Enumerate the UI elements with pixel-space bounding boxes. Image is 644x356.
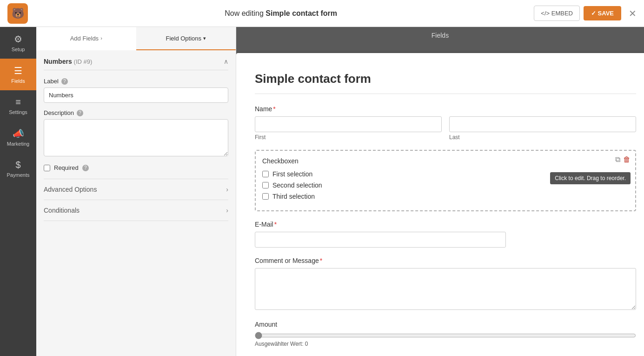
- description-text: Description: [44, 109, 74, 116]
- sidebar-label-marketing: Marketing: [7, 141, 29, 147]
- fields-tabs: Add Fields › Field Options ▾: [36, 27, 236, 50]
- checkbox-item-3: Third selection: [262, 193, 629, 200]
- checkbox-1[interactable]: [262, 171, 269, 177]
- advanced-options-section[interactable]: Advanced Options ›: [44, 179, 228, 200]
- email-field-group: E-Mail*: [255, 221, 636, 248]
- preview-canvas: Simple contact form Name* First Last: [236, 53, 644, 356]
- add-fields-label: Add Fields: [70, 35, 99, 42]
- first-name-col: First: [255, 116, 442, 141]
- advanced-options-chevron: ›: [226, 186, 228, 193]
- section-title: Numbers: [44, 58, 72, 65]
- checkbox-label-3: Third selection: [272, 193, 315, 200]
- comment-required-star: *: [320, 257, 322, 264]
- section-actions: ⧉ 🗑 Click to edit. Drag to reorder.: [615, 155, 631, 164]
- email-input[interactable]: [255, 232, 506, 248]
- field-options-chevron: ▾: [203, 35, 206, 41]
- checkbox-2[interactable]: [262, 182, 269, 188]
- main-layout: ⚙ Setup ☰ Fields ≡ Settings 📣 Marketing …: [0, 27, 644, 356]
- editing-prefix: Now editing: [225, 9, 266, 17]
- label-text: Label: [44, 78, 59, 85]
- add-fields-chevron: ›: [100, 35, 102, 41]
- description-textarea[interactable]: [44, 119, 228, 156]
- sidebar-label-fields: Fields: [11, 78, 25, 84]
- save-button[interactable]: ✓ SAVE: [584, 6, 621, 20]
- close-button[interactable]: ✕: [629, 8, 637, 19]
- fields-icon: ☰: [14, 65, 22, 76]
- name-field-group: Name* First Last: [255, 105, 636, 141]
- tab-field-options[interactable]: Field Options ▾: [136, 27, 236, 50]
- marketing-icon: 📣: [13, 128, 24, 139]
- tooltip: Click to edit. Drag to reorder.: [550, 172, 631, 184]
- top-bar: 🐻 Now editing Simple contact form </> EM…: [0, 0, 644, 27]
- label-group: Label ?: [44, 78, 228, 103]
- copy-button[interactable]: ⧉: [615, 155, 620, 164]
- slider-value-label: Ausgewählter Wert: 0: [255, 341, 636, 347]
- last-sublabel: Last: [449, 134, 636, 141]
- top-bar-actions: </> EMBED ✓ SAVE ✕: [534, 6, 637, 21]
- sidebar-item-marketing[interactable]: 📣 Marketing: [0, 121, 36, 153]
- checkbox-label-1: First selection: [272, 170, 312, 178]
- form-title: Simple contact form: [255, 72, 636, 94]
- form-name: Simple contact form: [266, 9, 337, 17]
- sidebar: ⚙ Setup ☰ Fields ≡ Settings 📣 Marketing …: [0, 27, 36, 356]
- label-input[interactable]: [44, 87, 228, 103]
- conditionals-chevron: ›: [226, 207, 228, 214]
- last-name-col: Last: [449, 116, 636, 141]
- checkbox-3[interactable]: [262, 193, 269, 200]
- comment-textarea[interactable]: [255, 268, 636, 310]
- section-id: (ID #9): [74, 58, 93, 65]
- section-header: Numbers (ID #9) ∧: [44, 58, 228, 70]
- required-label: Required: [54, 164, 79, 171]
- conditionals-section[interactable]: Conditionals ›: [44, 200, 228, 221]
- settings-icon: ≡: [15, 97, 21, 107]
- sidebar-label-setup: Setup: [12, 47, 25, 52]
- conditionals-label: Conditionals: [44, 207, 80, 214]
- fields-content: Numbers (ID #9) ∧ Label ? Description ?: [36, 50, 236, 356]
- required-help-icon[interactable]: ?: [82, 165, 89, 171]
- amount-slider[interactable]: [255, 332, 636, 339]
- comment-label: Comment or Message*: [255, 257, 636, 264]
- description-group: Description ?: [44, 109, 228, 158]
- amount-label: Amount: [255, 321, 636, 328]
- description-help-icon[interactable]: ?: [77, 110, 83, 116]
- first-sublabel: First: [255, 134, 442, 141]
- required-row: Required ?: [44, 164, 228, 171]
- last-name-input[interactable]: [449, 116, 636, 132]
- email-label: E-Mail*: [255, 221, 636, 228]
- slider-value-number: 0: [305, 341, 308, 347]
- preview-header: Fields: [236, 27, 644, 44]
- bear-logo-icon: 🐻: [7, 3, 28, 24]
- sidebar-item-payments[interactable]: $ Payments: [0, 153, 36, 184]
- editing-title: Now editing Simple contact form: [225, 9, 337, 18]
- amount-group: Amount Ausgewählter Wert: 0: [255, 321, 636, 347]
- payments-icon: $: [15, 160, 20, 170]
- field-options-label: Field Options: [166, 35, 201, 42]
- fields-panel: Add Fields › Field Options ▾ Numbers (ID…: [36, 27, 236, 356]
- delete-button[interactable]: 🗑: [623, 155, 631, 164]
- preview-header-text: Fields: [432, 32, 449, 39]
- sidebar-item-settings[interactable]: ≡ Settings: [0, 90, 36, 121]
- name-label: Name*: [255, 105, 636, 113]
- gear-icon: ⚙: [14, 34, 22, 45]
- checkboxen-section[interactable]: Checkboxen ⧉ 🗑 Click to edit. Drag to re…: [255, 150, 636, 211]
- email-required-star: *: [274, 221, 277, 228]
- section-expand-icon[interactable]: ∧: [224, 58, 228, 65]
- name-row: First Last: [255, 116, 636, 141]
- sidebar-label-settings: Settings: [9, 109, 27, 115]
- embed-button[interactable]: </> EMBED: [534, 6, 580, 21]
- label-field-label: Label ?: [44, 78, 228, 85]
- required-checkbox[interactable]: [44, 165, 50, 171]
- name-required-star: *: [273, 105, 275, 113]
- sidebar-item-fields[interactable]: ☰ Fields: [0, 59, 36, 90]
- first-name-input[interactable]: [255, 116, 442, 132]
- comment-field-group: Comment or Message*: [255, 257, 636, 311]
- section-title-row: Numbers (ID #9): [44, 58, 92, 65]
- label-help-icon[interactable]: ?: [61, 78, 68, 85]
- advanced-options-label: Advanced Options: [44, 186, 97, 193]
- checkboxen-title: Checkboxen: [262, 157, 629, 165]
- sidebar-item-setup[interactable]: ⚙ Setup: [0, 27, 36, 59]
- sidebar-label-payments: Payments: [7, 172, 30, 178]
- description-field-label: Description ?: [44, 109, 228, 116]
- checkbox-label-2: Second selection: [272, 181, 322, 189]
- tab-add-fields[interactable]: Add Fields ›: [36, 27, 136, 50]
